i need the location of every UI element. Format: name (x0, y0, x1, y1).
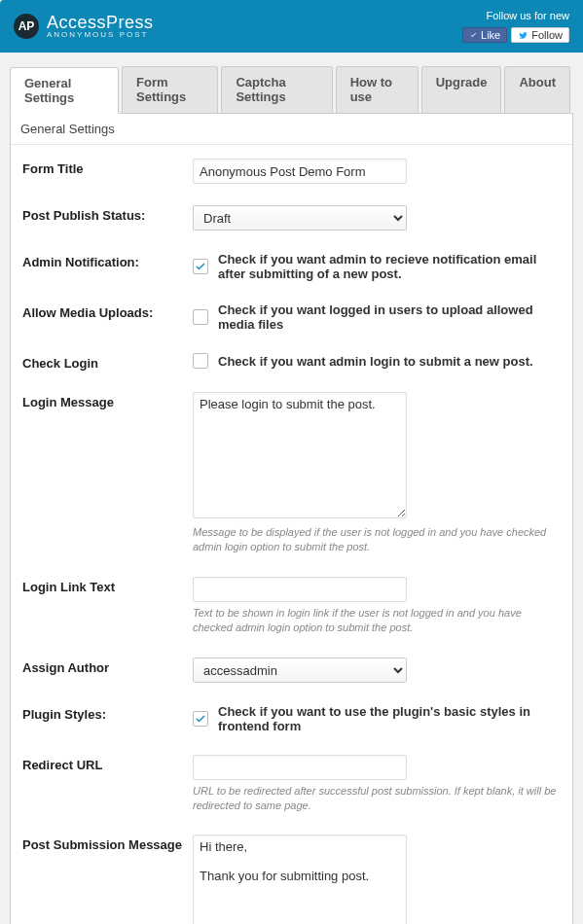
check-icon (195, 261, 206, 272)
media-uploads-checkbox[interactable] (193, 309, 208, 325)
assign-author-label: Assign Author (22, 657, 193, 675)
settings-panel: General Settings Form Title Post Publish… (10, 114, 573, 924)
admin-notif-text: Check if you want admin to recieve notif… (218, 252, 561, 281)
admin-notif-label: Admin Notification: (22, 252, 193, 269)
media-uploads-label: Allow Media Uploads: (22, 302, 193, 320)
login-link-text-hint: Text to be shown in login link if the us… (193, 606, 561, 636)
check-icon (469, 31, 478, 40)
login-message-textarea[interactable]: Please login to submit the post. (193, 392, 407, 518)
logo-sub: ANONYMOUS POST (47, 31, 154, 39)
tabs: General Settings Form Settings Captcha S… (10, 66, 573, 114)
login-message-label: Login Message (22, 392, 193, 409)
media-uploads-text: Check if you want logged in users to upl… (218, 302, 561, 332)
follow-us-text: Follow us for new (486, 10, 569, 21)
plugin-styles-checkbox[interactable] (193, 711, 208, 727)
check-login-checkbox[interactable] (193, 353, 208, 369)
redirect-url-label: Redirect URL (22, 755, 193, 772)
login-message-hint: Message to be displayed if the user is n… (193, 525, 561, 555)
header-banner: AP AccessPress ANONYMOUS POST Follow us … (0, 0, 583, 53)
tab-how-to-use[interactable]: How to use (336, 66, 419, 113)
like-button[interactable]: Like (462, 27, 507, 43)
post-submission-label: Post Submission Message (22, 835, 193, 852)
tab-about[interactable]: About (504, 66, 570, 113)
panel-title: General Settings (11, 114, 572, 145)
check-login-label: Check Login (22, 353, 193, 371)
admin-notif-checkbox[interactable] (193, 259, 208, 274)
plugin-styles-label: Plugin Styles: (22, 704, 193, 722)
publish-status-select[interactable]: Draft (193, 205, 407, 231)
logo-main: AccessPress (47, 14, 154, 31)
post-submission-textarea[interactable]: Hi there, Thank you for submitting post. (193, 835, 407, 924)
login-link-text-label: Login Link Text (22, 577, 193, 594)
redirect-url-hint: URL to be redirected after successful po… (193, 784, 561, 814)
assign-author-select[interactable]: accessadmin (193, 657, 407, 683)
tab-upgrade[interactable]: Upgrade (421, 66, 502, 113)
check-login-text: Check if you want admin login to submit … (218, 354, 533, 369)
tab-captcha-settings[interactable]: Captcha Settings (221, 66, 332, 113)
form-title-input[interactable] (193, 159, 407, 184)
twitter-icon (518, 31, 528, 40)
form-title-label: Form Title (22, 159, 193, 176)
login-link-text-input[interactable] (193, 577, 407, 602)
tab-general-settings[interactable]: General Settings (10, 67, 119, 114)
logo: AP AccessPress ANONYMOUS POST (14, 14, 154, 39)
logo-badge: AP (14, 14, 39, 39)
publish-status-label: Post Publish Status: (22, 205, 193, 223)
tab-form-settings[interactable]: Form Settings (122, 66, 218, 113)
plugin-styles-text: Check if you want to use the plugin's ba… (218, 704, 561, 733)
redirect-url-input[interactable] (193, 755, 407, 780)
check-icon (195, 713, 206, 725)
follow-button[interactable]: Follow (511, 27, 569, 43)
